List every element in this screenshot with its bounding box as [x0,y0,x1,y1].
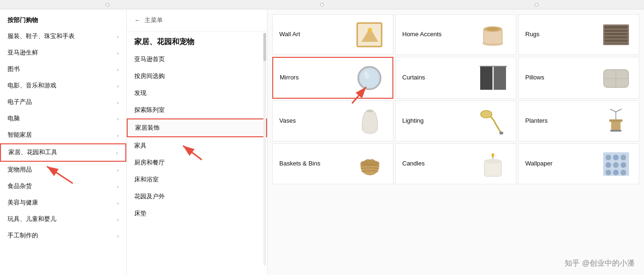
svg-point-46 [613,170,619,175]
sidebar-item-label-2: 图书 [8,65,20,73]
svg-point-15 [360,69,379,87]
svg-point-25 [481,110,492,118]
grid-item-label-1: Home Accents [402,31,476,39]
svg-point-40 [613,155,619,160]
grid-item-label-6: Vases [279,117,353,125]
chevron-right-icon-5: › [117,116,119,122]
grid-item-planters[interactable]: Planters [518,101,639,141]
grid-item-label-5: Pillows [525,74,599,82]
sidebar-item-label-4: 电子产品 [8,98,32,106]
middle-item-2[interactable]: 发现 [127,85,267,102]
svg-rect-27 [611,120,621,131]
svg-line-31 [616,109,621,112]
grid-item-image-mirrors [353,63,386,93]
svg-line-30 [610,109,616,112]
grid-item-pillows[interactable]: Pillows [518,57,639,99]
grid-item-mirrors[interactable]: Mirrors [272,57,393,99]
grid-item-label-11: Wallpaper [525,160,599,168]
sidebar-item-5[interactable]: 电脑› [0,110,126,127]
product-grid: Wall Art Home Accents Rugs Mirrors Curta… [272,14,639,184]
middle-back-button[interactable]: ← 主菜单 [127,9,267,31]
main-container: 按部门购物 服装、鞋子、珠宝和手表›亚马逊生鲜›图书›电影、音乐和游戏›电子产品… [0,9,644,275]
grid-item-image-lighting [476,106,509,136]
grid-item-candles[interactable]: Candles [395,143,516,184]
grid-item-image-curtains [476,63,509,93]
chevron-right-icon-2: › [117,67,119,72]
sidebar-item-label-11: 玩具、儿童和婴儿 [8,215,56,223]
sidebar-item-3[interactable]: 电影、音乐和游戏› [0,78,126,94]
sidebar-item-8[interactable]: 宠物用品› [0,162,126,178]
svg-point-24 [366,110,374,112]
grid-item-image-rugs [599,19,632,50]
chevron-right-icon-7: › [116,150,118,156]
chevron-right-icon-3: › [117,83,119,89]
middle-item-5[interactable]: 家具 [127,137,267,154]
sidebar-item-0[interactable]: 服装、鞋子、珠宝和手表› [0,28,126,45]
middle-item-9[interactable]: 床垫 [127,205,267,222]
grid-item-image-candles [476,149,509,179]
chevron-right-icon-10: › [117,200,119,206]
back-arrow-icon: ← [134,16,141,24]
svg-point-37 [491,153,494,157]
sidebar-title: 按部门购物 [0,9,126,28]
sidebar-item-label-12: 手工制作的 [8,232,38,240]
middle-item-4[interactable]: 家居装饰 [127,118,267,137]
svg-rect-8 [605,26,628,44]
svg-rect-28 [609,119,622,122]
svg-rect-26 [499,132,503,134]
left-sidebar: 按部门购物 服装、鞋子、珠宝和手表›亚马逊生鲜›图书›电影、音乐和游戏›电子产品… [0,9,127,275]
svg-rect-18 [480,66,492,90]
sidebar-item-label-3: 电影、音乐和游戏 [8,82,56,90]
sidebar-item-12[interactable]: 手工制作的› [0,228,126,244]
ruler-dot-2 [320,3,324,7]
chevron-right-icon-12: › [117,233,119,239]
ruler-dot-3 [535,3,538,7]
grid-item-wallpaper[interactable]: Wallpaper [518,143,639,184]
grid-item-image-wallpaper [599,149,632,179]
svg-rect-32 [610,130,621,132]
sidebar-item-label-6: 智能家居 [8,131,32,139]
sidebar-item-1[interactable]: 亚马逊生鲜› [0,45,126,61]
svg-point-35 [484,159,501,164]
svg-rect-19 [494,66,506,90]
sidebar-item-4[interactable]: 电子产品› [0,94,126,110]
grid-item-image-home-accents [476,19,509,50]
middle-item-3[interactable]: 探索陈列室 [127,102,267,118]
middle-item-8[interactable]: 花园及户外 [127,188,267,205]
grid-item-label-0: Wall Art [279,31,353,39]
sidebar-item-11[interactable]: 玩具、儿童和婴儿› [0,211,126,228]
right-panel: Wall Art Home Accents Rugs Mirrors Curta… [268,9,644,275]
sidebar-item-10[interactable]: 美容与健康› [0,195,126,211]
middle-item-1[interactable]: 按房间选购 [127,68,267,85]
sidebar-item-6[interactable]: 智能家居› [0,127,126,143]
grid-item-wall-art[interactable]: Wall Art [272,14,393,55]
sidebar-item-2[interactable]: 图书› [0,61,126,78]
grid-item-lighting[interactable]: Lighting [395,101,516,141]
grid-item-label-10: Candles [402,160,476,168]
sidebar-item-label-1: 亚马逊生鲜 [8,49,38,57]
chevron-right-icon-11: › [117,217,119,222]
middle-item-7[interactable]: 床和浴室 [127,171,267,188]
sidebar-item-9[interactable]: 食品杂货› [0,178,126,195]
sidebar-item-label-7: 家居、花园和工具 [8,149,57,157]
grid-item-label-9: Baskets & Bins [279,160,353,168]
grid-item-vases[interactable]: Vases [272,101,393,141]
middle-item-6[interactable]: 厨房和餐厅 [127,154,267,171]
grid-item-home-accents[interactable]: Home Accents [395,14,516,55]
sidebar-item-label-8: 宠物用品 [8,166,32,174]
grid-item-curtains[interactable]: Curtains [395,57,516,99]
grid-item-image-pillows [599,63,632,93]
grid-item-rugs[interactable]: Rugs [518,14,639,55]
svg-point-42 [606,162,611,168]
sidebar-items: 服装、鞋子、珠宝和手表›亚马逊生鲜›图书›电影、音乐和游戏›电子产品›电脑›智能… [0,28,126,244]
sidebar-item-7[interactable]: 家居、花园和工具› [0,143,126,162]
middle-item-0[interactable]: 亚马逊首页 [127,51,267,68]
grid-item-image-vases [353,106,386,136]
middle-section-title: 家居、花园和宠物 [127,31,267,51]
sidebar-item-label-5: 电脑 [8,115,20,123]
svg-point-44 [621,162,626,168]
scroll-thumb[interactable] [263,33,266,61]
sidebar-item-label-0: 服装、鞋子、珠宝和手表 [8,32,75,40]
chevron-right-icon-6: › [117,133,119,138]
grid-item-baskets[interactable]: Baskets & Bins [272,143,393,184]
